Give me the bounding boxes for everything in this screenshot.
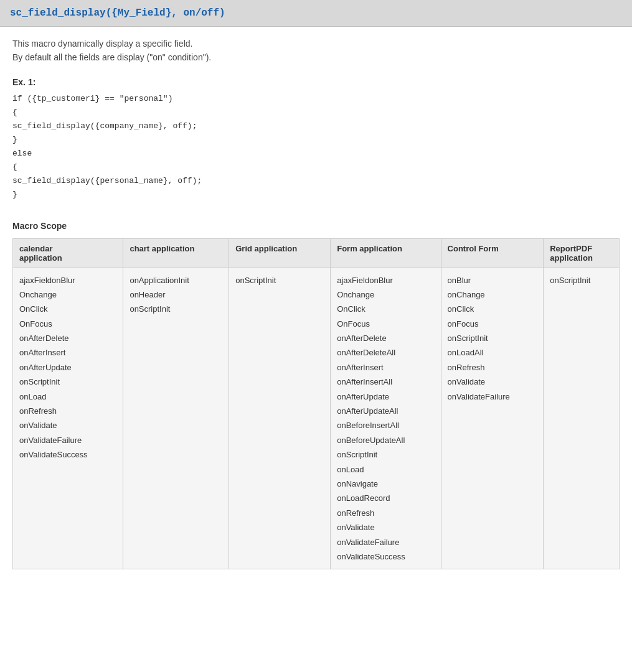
- cell-chart: onApplicationInitonHeaderonScriptInit: [123, 268, 229, 569]
- description-block: This macro dynamically display a specifi…: [12, 37, 620, 65]
- col-header-reportpdf: ReportPDFapplication: [544, 238, 620, 268]
- col-header-calendar: calendarapplication: [13, 238, 123, 268]
- example-label: Ex. 1:: [12, 77, 620, 87]
- description-line1: This macro dynamically display a specifi…: [12, 37, 620, 50]
- col-header-chart: chart application: [123, 238, 229, 268]
- table-header-row: calendarapplication chart application Gr…: [13, 238, 620, 268]
- main-content: This macro dynamically display a specifi…: [0, 27, 632, 579]
- header-bar: sc_field_display({My_Field}, on/off): [0, 0, 632, 27]
- cell-calendar: ajaxFieldonBlurOnchangeOnClickOnFocusonA…: [13, 268, 123, 569]
- description-line2: By default all the fields are display ("…: [12, 50, 620, 64]
- macro-scope-title: Macro Scope: [12, 221, 620, 231]
- cell-control: onBluronChangeonClickonFocusonScriptInit…: [441, 268, 544, 569]
- cell-reportpdf: onScriptInit: [544, 268, 620, 569]
- cell-form: ajaxFieldonBlurOnchangeOnClickOnFocusonA…: [331, 268, 441, 569]
- example-block: Ex. 1: if ({tp_customeri} == "personal")…: [12, 77, 620, 202]
- table-row: ajaxFieldonBlurOnchangeOnClickOnFocusonA…: [13, 268, 620, 569]
- macro-scope-table: calendarapplication chart application Gr…: [12, 238, 620, 570]
- macro-scope-section: Macro Scope calendarapplication chart ap…: [12, 221, 620, 570]
- page-title: sc_field_display({My_Field}, on/off): [10, 7, 225, 19]
- col-header-form: Form application: [331, 238, 441, 268]
- col-header-control: Control Form: [441, 238, 544, 268]
- col-header-grid: Grid application: [229, 238, 331, 268]
- code-block: if ({tp_customeri} == "personal"){sc_fie…: [12, 92, 620, 202]
- cell-grid: onScriptInit: [229, 268, 331, 569]
